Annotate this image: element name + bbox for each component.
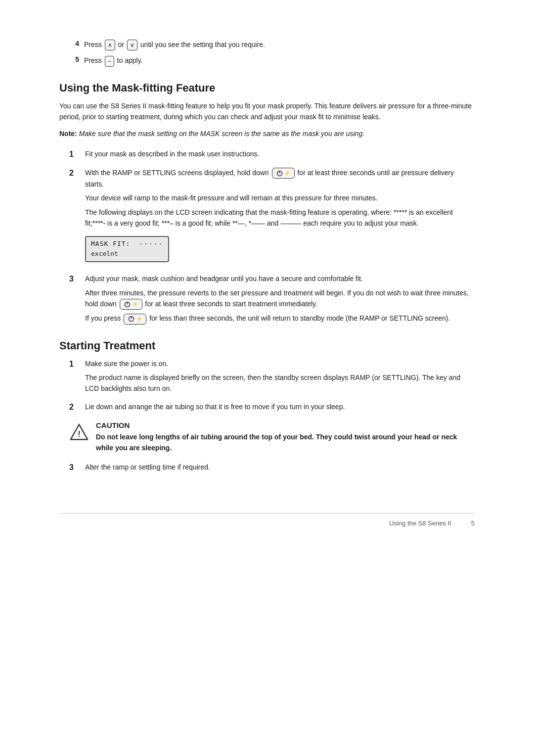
power-svg-icon-3 — [128, 316, 134, 322]
power-btn-label-3: ⚡ — [136, 315, 142, 323]
lcd-display: MASK FIT: ····· excelnt — [85, 236, 169, 263]
treatment-step-3: 3 Alter the ramp or settling time if req… — [69, 462, 475, 473]
mask-fitting-note: Note: Make sure that the mask setting on… — [59, 128, 475, 139]
top-steps: 4 Press ∧ or ∨ until you see the setting… — [69, 40, 475, 67]
mask-fitting-intro: You can use the S8 Series II mask-fittin… — [59, 100, 475, 123]
caution-block: ! CAUTION Do not leave long lengths of a… — [69, 421, 475, 454]
page-content: 4 Press ∧ or ∨ until you see the setting… — [59, 40, 475, 527]
down-button-icon[interactable]: ∨ — [127, 40, 137, 50]
caution-body: Do not leave long lengths of air tubing … — [96, 431, 475, 454]
step-5: 5 Press − to apply. — [69, 55, 475, 66]
power-button-icon[interactable]: ⚡ — [272, 168, 295, 179]
mask-step-3-p2: After three minutes, the pressure revert… — [85, 287, 475, 310]
caution-icon: ! — [69, 422, 89, 442]
mask-step-1: 1 Fit your mask as described in the mask… — [69, 148, 475, 160]
up-button-icon[interactable]: ∧ — [105, 40, 115, 50]
treatment-step-1: 1 Make sure the power is on. The product… — [69, 358, 475, 394]
starting-treatment-steps: 1 Make sure the power is on. The product… — [69, 358, 475, 473]
caution-text-block: CAUTION Do not leave long lengths of air… — [96, 421, 475, 454]
treatment-step-2-num: 2 — [69, 401, 78, 413]
mask-step-3-num: 3 — [69, 273, 78, 285]
mask-step-3: 3 Adjust your mask, mask cushion and hea… — [69, 273, 475, 324]
treatment-step-1-body: Make sure the power is on. The product n… — [85, 358, 475, 394]
treatment-step-2-p1: Lie down and arrange the air tubing so t… — [85, 401, 475, 412]
treatment-step-1-num: 1 — [69, 358, 78, 370]
mask-step-2-num: 2 — [69, 167, 78, 179]
step-4-num: 4 — [69, 40, 79, 47]
step-5-num: 5 — [69, 55, 79, 63]
step-4-content: Press ∧ or ∨ until you see the setting t… — [84, 40, 475, 50]
footer-page: 5 — [471, 520, 475, 527]
treatment-step-1-p2: The product name is displayed briefly on… — [85, 372, 475, 394]
mask-step-2-body: With the RAMP or SETTLING screens displa… — [85, 167, 475, 266]
power-btn-label: ⚡ — [284, 169, 290, 177]
mask-step-3-p3: If you press ⚡ for less than three secon… — [85, 313, 475, 324]
lcd-line2: excelnt — [91, 249, 163, 259]
mask-step-3-body: Adjust your mask, mask cushion and headg… — [85, 273, 475, 324]
mask-fitting-steps: 1 Fit your mask as described in the mask… — [69, 148, 475, 325]
step-5-content: Press − to apply. — [84, 55, 475, 66]
treatment-step-3-body: Alter the ramp or settling time if requi… — [85, 462, 475, 472]
caution-title: CAUTION — [96, 421, 475, 429]
starting-treatment-heading: Starting Treatment — [59, 339, 475, 352]
treatment-step-2: 2 Lie down and arrange the air tubing so… — [69, 401, 475, 413]
treatment-step-1-p1: Make sure the power is on. — [85, 358, 475, 369]
mask-step-2-p3: The following displays on the LCD screen… — [85, 207, 475, 229]
power-svg-icon-2 — [124, 301, 131, 308]
caution-triangle-icon: ! — [70, 423, 89, 441]
power-button-icon-2[interactable]: ⚡ — [120, 299, 142, 310]
mask-fitting-heading: Using the Mask-fitting Feature — [59, 82, 475, 94]
mask-step-1-body: Fit your mask as described in the mask u… — [85, 148, 475, 159]
lcd-line1: MASK FIT: ····· — [91, 239, 163, 249]
mask-step-2: 2 With the RAMP or SETTLING screens disp… — [69, 167, 475, 266]
svg-text:!: ! — [78, 429, 81, 439]
footer-label: Using the S8 Series II — [389, 520, 451, 527]
power-button-icon-3[interactable]: ⚡ — [124, 314, 146, 325]
mask-step-1-num: 1 — [69, 148, 78, 160]
power-svg-icon — [276, 170, 283, 177]
apply-button-icon[interactable]: − — [105, 56, 114, 67]
mask-step-3-p1: Adjust your mask, mask cushion and headg… — [85, 273, 475, 284]
mask-step-2-p1: With the RAMP or SETTLING screens displa… — [85, 167, 475, 190]
page-footer: Using the S8 Series II 5 — [59, 513, 475, 527]
mask-step-2-p2: Your device will ramp to the mask-fit pr… — [85, 192, 475, 203]
note-label: Note: — [59, 130, 77, 138]
treatment-step-3-p1: Alter the ramp or settling time if requi… — [85, 462, 475, 472]
note-text: Make sure that the mask setting on the M… — [79, 130, 364, 138]
step-4: 4 Press ∧ or ∨ until you see the setting… — [69, 40, 475, 50]
lcd-dots: ····· — [139, 240, 163, 247]
power-btn-label-2: ⚡ — [132, 300, 138, 308]
treatment-step-2-body: Lie down and arrange the air tubing so t… — [85, 401, 475, 412]
mask-step-1-text: Fit your mask as described in the mask u… — [85, 148, 475, 159]
treatment-step-3-num: 3 — [69, 462, 78, 473]
